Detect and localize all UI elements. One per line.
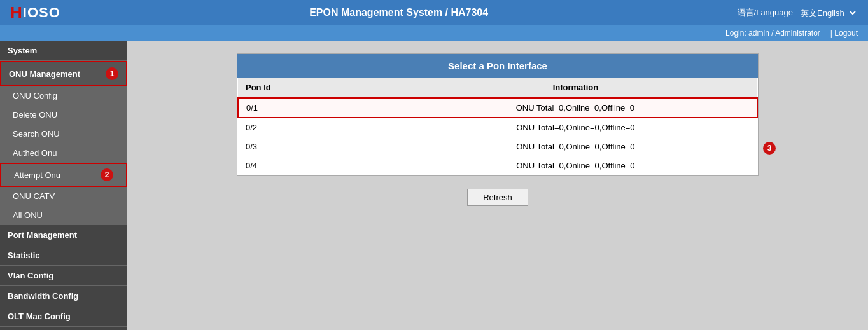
logout-link[interactable]: | Logout xyxy=(830,29,858,38)
pon-panel: Select a Pon Interface Pon Id Informatio… xyxy=(237,53,759,176)
sidebar-item-onu-management-label: ONU Management xyxy=(9,69,80,79)
sidebar-item-delete-onu-label: Delete ONU xyxy=(13,110,57,120)
col-pon-id: Pon Id xyxy=(238,78,394,98)
sidebar-item-onu-config-label: ONU Config xyxy=(13,91,57,100)
sidebar-item-bandwidth-config-label: Bandwidth Config xyxy=(8,291,78,301)
sidebar-item-attempt-onu[interactable]: Attempt Onu 2 xyxy=(0,163,127,187)
sidebar-item-port-management-label: Port Management xyxy=(8,230,77,240)
sidebar-item-vlan-config[interactable]: Vlan Config xyxy=(0,266,127,286)
sidebar-item-onu-catv[interactable]: ONU CATV xyxy=(0,187,127,206)
sidebar-item-system-label: System xyxy=(8,46,37,55)
sidebar-item-olt-mac-config[interactable]: OLT Mac Config xyxy=(0,306,127,327)
table-row[interactable]: 0/3 ONU Total=0,Online=0,Offline=0 xyxy=(238,137,757,156)
pon-info-cell: ONU Total=0,Online=0,Offline=0 xyxy=(394,98,757,118)
refresh-area: Refresh xyxy=(140,189,855,206)
sidebar-item-all-onu[interactable]: All ONU xyxy=(0,206,127,225)
pon-id-cell: 0/3 xyxy=(238,137,394,156)
sidebar-item-attempt-onu-label: Attempt Onu xyxy=(14,170,60,180)
badge-2: 2 xyxy=(101,168,113,181)
sidebar-item-port-aggregration[interactable]: Port Aggregration xyxy=(0,327,127,330)
pon-id-cell: 0/4 xyxy=(238,156,394,175)
sidebar: System ONU Management 1 ONU Config Delet… xyxy=(0,41,127,330)
language-label: 语言/Language xyxy=(738,7,793,18)
sidebar-item-authed-onu[interactable]: Authed Onu xyxy=(0,144,127,163)
badge-1: 1 xyxy=(106,67,118,80)
panel-title: Select a Pon Interface xyxy=(237,54,758,78)
sidebar-item-search-onu[interactable]: Search ONU xyxy=(0,125,127,144)
content-area: Select a Pon Interface Pon Id Informatio… xyxy=(127,41,868,330)
table-row[interactable]: 0/2 ONU Total=0,Online=0,Offline=0 xyxy=(238,118,757,137)
header-top: HIOSO EPON Management System / HA7304 语言… xyxy=(0,0,868,25)
header-title: EPON Management System / HA7304 xyxy=(309,7,488,18)
pon-table: Pon Id Information 0/1 ONU Total=0,Onlin… xyxy=(237,78,758,175)
pon-id-cell: 0/1 xyxy=(238,98,394,118)
sidebar-item-system[interactable]: System xyxy=(0,41,127,61)
sidebar-item-bandwidth-config[interactable]: Bandwidth Config xyxy=(0,286,127,306)
login-text: Login: admin / Administrator xyxy=(725,29,820,38)
header-lang: 语言/Language 英文English 中文Chinese xyxy=(738,7,858,18)
pon-id-cell: 0/2 xyxy=(238,118,394,137)
sidebar-item-search-onu-label: Search ONU xyxy=(13,129,60,139)
logo: HIOSO xyxy=(10,3,60,23)
logo-h: H xyxy=(10,3,23,23)
table-row[interactable]: 0/1 ONU Total=0,Online=0,Offline=0 xyxy=(238,98,757,118)
badge-3: 3 xyxy=(763,142,776,155)
pon-info-cell: ONU Total=0,Online=0,Offline=0 xyxy=(394,118,757,137)
col-information: Information xyxy=(394,78,757,98)
refresh-button[interactable]: Refresh xyxy=(467,189,528,206)
pon-info-cell: ONU Total=0,Online=0,Offline=0 xyxy=(394,156,757,175)
sidebar-item-onu-config[interactable]: ONU Config xyxy=(0,86,127,106)
sidebar-item-all-onu-label: All ONU xyxy=(13,210,43,220)
pon-info-cell: ONU Total=0,Online=0,Offline=0 xyxy=(394,137,757,156)
sidebar-item-vlan-config-label: Vlan Config xyxy=(8,271,53,280)
sidebar-item-statistic[interactable]: Statistic xyxy=(0,245,127,266)
sidebar-item-authed-onu-label: Authed Onu xyxy=(13,148,57,158)
sidebar-item-onu-management[interactable]: ONU Management 1 xyxy=(0,61,127,86)
sidebar-item-delete-onu[interactable]: Delete ONU xyxy=(0,106,127,125)
sidebar-item-statistic-label: Statistic xyxy=(8,251,40,260)
language-select[interactable]: 英文English 中文Chinese xyxy=(798,8,858,18)
main-layout: System ONU Management 1 ONU Config Delet… xyxy=(0,41,868,330)
sidebar-item-onu-catv-label: ONU CATV xyxy=(13,191,55,201)
sidebar-item-port-management[interactable]: Port Management xyxy=(0,225,127,245)
logo-rest: IOSO xyxy=(23,4,60,21)
sidebar-item-olt-mac-config-label: OLT Mac Config xyxy=(8,312,71,321)
header-sub: Login: admin / Administrator | Logout xyxy=(0,25,868,41)
table-row[interactable]: 0/4 ONU Total=0,Online=0,Offline=0 xyxy=(238,156,757,175)
